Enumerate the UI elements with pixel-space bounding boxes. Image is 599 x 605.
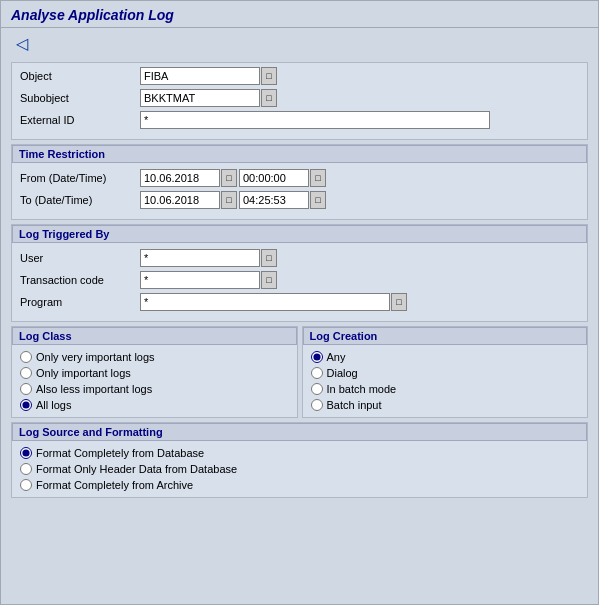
subobject-input-group: □ [140,89,277,107]
log-class-option-0[interactable]: Only very important logs [20,351,289,363]
log-creation-label-2: In batch mode [327,383,397,395]
program-input[interactable] [140,293,390,311]
external-id-label: External ID [20,114,140,126]
user-input-group: □ [140,249,277,267]
program-row: Program □ [20,293,579,311]
page-title: Analyse Application Log [11,7,588,23]
back-icon[interactable]: ◁ [11,32,33,54]
transaction-row: Transaction code □ [20,271,579,289]
subobject-input[interactable] [140,89,260,107]
log-creation-label-1: Dialog [327,367,358,379]
log-class-radio-0[interactable] [20,351,32,363]
main-window: Analyse Application Log ◁ © www.tutorial… [0,0,599,605]
subobject-btn[interactable]: □ [261,89,277,107]
form-content: Object □ Subobject □ External ID Time Re [1,58,598,512]
log-source-label-0: Format Completely from Database [36,447,204,459]
log-class-radio-1[interactable] [20,367,32,379]
log-creation-option-3[interactable]: Batch input [311,399,580,411]
log-source-label-2: Format Completely from Archive [36,479,193,491]
from-time-group: □ [239,169,326,187]
log-source-radio-group: Format Completely from Database Format O… [20,447,579,491]
log-class-option-1[interactable]: Only important logs [20,367,289,379]
log-class-option-3[interactable]: All logs [20,399,289,411]
log-creation-radio-1[interactable] [311,367,323,379]
to-row: To (Date/Time) □ □ [20,191,579,209]
to-time-input[interactable] [239,191,309,209]
subobject-row: Subobject □ [20,89,579,107]
program-input-group: □ [140,293,407,311]
log-creation-radio-3[interactable] [311,399,323,411]
log-class-radio-3[interactable] [20,399,32,411]
user-input[interactable] [140,249,260,267]
log-class-label-0: Only very important logs [36,351,155,363]
external-id-row: External ID [20,111,579,129]
from-time-input[interactable] [239,169,309,187]
log-creation-section: Log Creation Any Dialog In batch mode [302,326,589,418]
log-source-option-0[interactable]: Format Completely from Database [20,447,579,459]
log-creation-header: Log Creation [303,327,588,345]
external-id-input[interactable] [140,111,490,129]
log-source-section: Log Source and Formatting Format Complet… [11,422,588,498]
transaction-label: Transaction code [20,274,140,286]
basic-fields-section: Object □ Subobject □ External ID [11,62,588,140]
to-date-btn[interactable]: □ [221,191,237,209]
from-row: From (Date/Time) □ □ [20,169,579,187]
log-triggered-header: Log Triggered By [12,225,587,243]
log-creation-radio-group: Any Dialog In batch mode Batch input [311,351,580,411]
user-label: User [20,252,140,264]
log-class-option-2[interactable]: Also less important logs [20,383,289,395]
log-creation-radio-0[interactable] [311,351,323,363]
toolbar: ◁ [1,28,598,58]
object-label: Object [20,70,140,82]
transaction-input-group: □ [140,271,277,289]
log-class-radio-group: Only very important logs Only important … [20,351,289,411]
object-input-group: □ [140,67,277,85]
log-creation-radio-2[interactable] [311,383,323,395]
user-row: User □ [20,249,579,267]
log-class-label-3: All logs [36,399,71,411]
from-date-group: □ [140,169,237,187]
to-date-input[interactable] [140,191,220,209]
log-source-option-1[interactable]: Format Only Header Data from Database [20,463,579,475]
log-source-radio-2[interactable] [20,479,32,491]
to-label: To (Date/Time) [20,194,140,206]
log-class-header: Log Class [12,327,297,345]
log-source-label-1: Format Only Header Data from Database [36,463,237,475]
log-source-header: Log Source and Formatting [12,423,587,441]
from-date-btn[interactable]: □ [221,169,237,187]
to-date-group: □ [140,191,237,209]
object-btn[interactable]: □ [261,67,277,85]
log-creation-option-0[interactable]: Any [311,351,580,363]
log-creation-option-1[interactable]: Dialog [311,367,580,379]
user-btn[interactable]: □ [261,249,277,267]
log-source-radio-1[interactable] [20,463,32,475]
time-restriction-section: Time Restriction From (Date/Time) □ □ To… [11,144,588,220]
title-bar: Analyse Application Log [1,1,598,28]
time-restriction-header: Time Restriction [12,145,587,163]
to-time-group: □ [239,191,326,209]
log-creation-label-3: Batch input [327,399,382,411]
class-creation-row: Log Class Only very important logs Only … [11,326,588,418]
log-triggered-section: Log Triggered By User □ Transaction code… [11,224,588,322]
log-creation-label-0: Any [327,351,346,363]
transaction-input[interactable] [140,271,260,289]
from-time-btn[interactable]: □ [310,169,326,187]
to-time-btn[interactable]: □ [310,191,326,209]
program-label: Program [20,296,140,308]
program-btn[interactable]: □ [391,293,407,311]
log-class-label-2: Also less important logs [36,383,152,395]
log-class-section: Log Class Only very important logs Only … [11,326,298,418]
from-date-input[interactable] [140,169,220,187]
log-class-radio-2[interactable] [20,383,32,395]
subobject-label: Subobject [20,92,140,104]
log-class-label-1: Only important logs [36,367,131,379]
transaction-btn[interactable]: □ [261,271,277,289]
log-source-option-2[interactable]: Format Completely from Archive [20,479,579,491]
object-row: Object □ [20,67,579,85]
log-source-radio-0[interactable] [20,447,32,459]
log-creation-option-2[interactable]: In batch mode [311,383,580,395]
from-label: From (Date/Time) [20,172,140,184]
object-input[interactable] [140,67,260,85]
